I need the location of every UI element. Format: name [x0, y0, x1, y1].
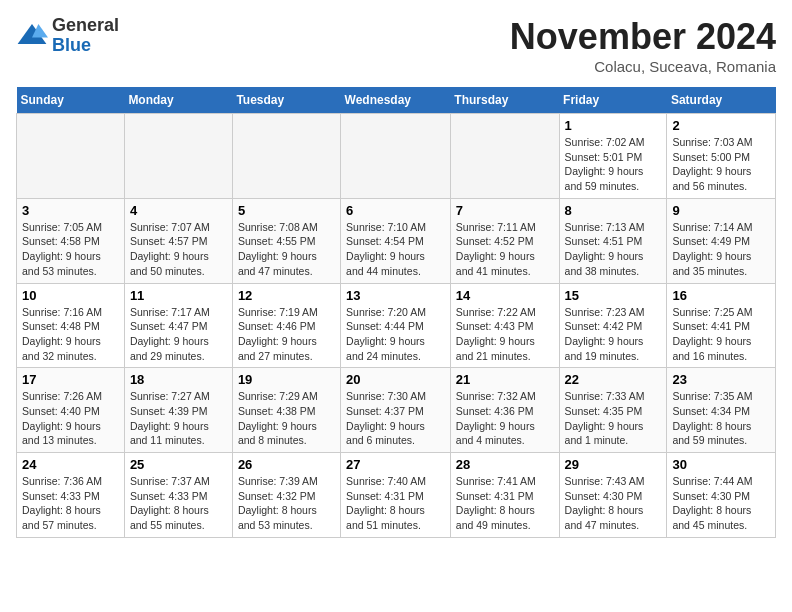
- day-number: 13: [346, 288, 445, 303]
- calendar-cell: 2Sunrise: 7:03 AM Sunset: 5:00 PM Daylig…: [667, 114, 776, 199]
- calendar-cell: 8Sunrise: 7:13 AM Sunset: 4:51 PM Daylig…: [559, 198, 667, 283]
- header-tuesday: Tuesday: [232, 87, 340, 114]
- day-number: 12: [238, 288, 335, 303]
- day-info: Sunrise: 7:27 AM Sunset: 4:39 PM Dayligh…: [130, 389, 227, 448]
- day-number: 7: [456, 203, 554, 218]
- day-info: Sunrise: 7:10 AM Sunset: 4:54 PM Dayligh…: [346, 220, 445, 279]
- day-number: 1: [565, 118, 662, 133]
- day-info: Sunrise: 7:30 AM Sunset: 4:37 PM Dayligh…: [346, 389, 445, 448]
- calendar-cell: 3Sunrise: 7:05 AM Sunset: 4:58 PM Daylig…: [17, 198, 125, 283]
- day-number: 27: [346, 457, 445, 472]
- calendar-week-1: 1Sunrise: 7:02 AM Sunset: 5:01 PM Daylig…: [17, 114, 776, 199]
- calendar-week-3: 10Sunrise: 7:16 AM Sunset: 4:48 PM Dayli…: [17, 283, 776, 368]
- day-number: 14: [456, 288, 554, 303]
- day-info: Sunrise: 7:36 AM Sunset: 4:33 PM Dayligh…: [22, 474, 119, 533]
- day-number: 10: [22, 288, 119, 303]
- calendar-cell: 14Sunrise: 7:22 AM Sunset: 4:43 PM Dayli…: [450, 283, 559, 368]
- logo-icon: [16, 20, 48, 52]
- day-number: 18: [130, 372, 227, 387]
- calendar-cell: 20Sunrise: 7:30 AM Sunset: 4:37 PM Dayli…: [341, 368, 451, 453]
- day-number: 16: [672, 288, 770, 303]
- calendar-cell: 25Sunrise: 7:37 AM Sunset: 4:33 PM Dayli…: [124, 453, 232, 538]
- day-info: Sunrise: 7:22 AM Sunset: 4:43 PM Dayligh…: [456, 305, 554, 364]
- calendar-cell: 28Sunrise: 7:41 AM Sunset: 4:31 PM Dayli…: [450, 453, 559, 538]
- day-number: 29: [565, 457, 662, 472]
- calendar-cell: 1Sunrise: 7:02 AM Sunset: 5:01 PM Daylig…: [559, 114, 667, 199]
- calendar-cell: 30Sunrise: 7:44 AM Sunset: 4:30 PM Dayli…: [667, 453, 776, 538]
- calendar-cell: [232, 114, 340, 199]
- day-number: 24: [22, 457, 119, 472]
- day-number: 9: [672, 203, 770, 218]
- day-number: 26: [238, 457, 335, 472]
- day-info: Sunrise: 7:29 AM Sunset: 4:38 PM Dayligh…: [238, 389, 335, 448]
- day-number: 20: [346, 372, 445, 387]
- day-number: 23: [672, 372, 770, 387]
- calendar-title: November 2024: [510, 16, 776, 58]
- day-number: 6: [346, 203, 445, 218]
- day-info: Sunrise: 7:44 AM Sunset: 4:30 PM Dayligh…: [672, 474, 770, 533]
- day-number: 17: [22, 372, 119, 387]
- day-info: Sunrise: 7:14 AM Sunset: 4:49 PM Dayligh…: [672, 220, 770, 279]
- logo: General Blue: [16, 16, 119, 56]
- calendar-cell: 27Sunrise: 7:40 AM Sunset: 4:31 PM Dayli…: [341, 453, 451, 538]
- day-info: Sunrise: 7:02 AM Sunset: 5:01 PM Dayligh…: [565, 135, 662, 194]
- day-info: Sunrise: 7:20 AM Sunset: 4:44 PM Dayligh…: [346, 305, 445, 364]
- calendar-cell: 13Sunrise: 7:20 AM Sunset: 4:44 PM Dayli…: [341, 283, 451, 368]
- day-info: Sunrise: 7:40 AM Sunset: 4:31 PM Dayligh…: [346, 474, 445, 533]
- calendar-subtitle: Colacu, Suceava, Romania: [510, 58, 776, 75]
- day-number: 19: [238, 372, 335, 387]
- day-info: Sunrise: 7:08 AM Sunset: 4:55 PM Dayligh…: [238, 220, 335, 279]
- day-number: 22: [565, 372, 662, 387]
- calendar-week-5: 24Sunrise: 7:36 AM Sunset: 4:33 PM Dayli…: [17, 453, 776, 538]
- calendar-cell: 15Sunrise: 7:23 AM Sunset: 4:42 PM Dayli…: [559, 283, 667, 368]
- header-sunday: Sunday: [17, 87, 125, 114]
- header-monday: Monday: [124, 87, 232, 114]
- calendar-cell: 23Sunrise: 7:35 AM Sunset: 4:34 PM Dayli…: [667, 368, 776, 453]
- day-number: 15: [565, 288, 662, 303]
- day-number: 3: [22, 203, 119, 218]
- day-info: Sunrise: 7:33 AM Sunset: 4:35 PM Dayligh…: [565, 389, 662, 448]
- day-info: Sunrise: 7:25 AM Sunset: 4:41 PM Dayligh…: [672, 305, 770, 364]
- day-info: Sunrise: 7:41 AM Sunset: 4:31 PM Dayligh…: [456, 474, 554, 533]
- calendar-cell: 24Sunrise: 7:36 AM Sunset: 4:33 PM Dayli…: [17, 453, 125, 538]
- day-number: 8: [565, 203, 662, 218]
- day-info: Sunrise: 7:03 AM Sunset: 5:00 PM Dayligh…: [672, 135, 770, 194]
- day-info: Sunrise: 7:11 AM Sunset: 4:52 PM Dayligh…: [456, 220, 554, 279]
- logo-text: General Blue: [52, 16, 119, 56]
- calendar-cell: 16Sunrise: 7:25 AM Sunset: 4:41 PM Dayli…: [667, 283, 776, 368]
- title-area: November 2024 Colacu, Suceava, Romania: [510, 16, 776, 75]
- calendar-cell: [341, 114, 451, 199]
- header-wednesday: Wednesday: [341, 87, 451, 114]
- calendar-cell: [17, 114, 125, 199]
- day-number: 5: [238, 203, 335, 218]
- calendar-cell: 5Sunrise: 7:08 AM Sunset: 4:55 PM Daylig…: [232, 198, 340, 283]
- day-info: Sunrise: 7:37 AM Sunset: 4:33 PM Dayligh…: [130, 474, 227, 533]
- day-info: Sunrise: 7:43 AM Sunset: 4:30 PM Dayligh…: [565, 474, 662, 533]
- day-info: Sunrise: 7:05 AM Sunset: 4:58 PM Dayligh…: [22, 220, 119, 279]
- day-info: Sunrise: 7:39 AM Sunset: 4:32 PM Dayligh…: [238, 474, 335, 533]
- calendar-cell: 18Sunrise: 7:27 AM Sunset: 4:39 PM Dayli…: [124, 368, 232, 453]
- calendar-week-4: 17Sunrise: 7:26 AM Sunset: 4:40 PM Dayli…: [17, 368, 776, 453]
- calendar-week-2: 3Sunrise: 7:05 AM Sunset: 4:58 PM Daylig…: [17, 198, 776, 283]
- calendar-cell: 7Sunrise: 7:11 AM Sunset: 4:52 PM Daylig…: [450, 198, 559, 283]
- day-number: 30: [672, 457, 770, 472]
- header-friday: Friday: [559, 87, 667, 114]
- calendar-cell: 17Sunrise: 7:26 AM Sunset: 4:40 PM Dayli…: [17, 368, 125, 453]
- calendar-cell: 6Sunrise: 7:10 AM Sunset: 4:54 PM Daylig…: [341, 198, 451, 283]
- day-number: 28: [456, 457, 554, 472]
- calendar-cell: [124, 114, 232, 199]
- calendar-cell: [450, 114, 559, 199]
- day-number: 2: [672, 118, 770, 133]
- calendar-cell: 26Sunrise: 7:39 AM Sunset: 4:32 PM Dayli…: [232, 453, 340, 538]
- header-thursday: Thursday: [450, 87, 559, 114]
- header-saturday: Saturday: [667, 87, 776, 114]
- day-info: Sunrise: 7:26 AM Sunset: 4:40 PM Dayligh…: [22, 389, 119, 448]
- calendar-cell: 12Sunrise: 7:19 AM Sunset: 4:46 PM Dayli…: [232, 283, 340, 368]
- calendar-cell: 11Sunrise: 7:17 AM Sunset: 4:47 PM Dayli…: [124, 283, 232, 368]
- calendar-cell: 22Sunrise: 7:33 AM Sunset: 4:35 PM Dayli…: [559, 368, 667, 453]
- calendar-cell: 9Sunrise: 7:14 AM Sunset: 4:49 PM Daylig…: [667, 198, 776, 283]
- day-info: Sunrise: 7:35 AM Sunset: 4:34 PM Dayligh…: [672, 389, 770, 448]
- day-number: 4: [130, 203, 227, 218]
- day-number: 21: [456, 372, 554, 387]
- day-number: 25: [130, 457, 227, 472]
